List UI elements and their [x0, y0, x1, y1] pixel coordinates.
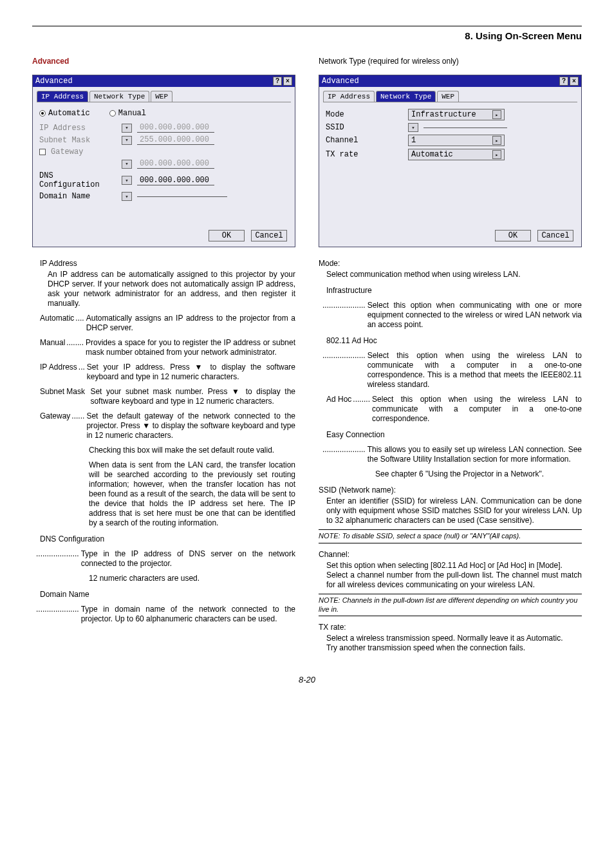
value-domain-name — [137, 196, 227, 197]
help-button[interactable]: ? — [559, 77, 568, 86]
term-ip-address: IP Address — [40, 363, 77, 382]
paragraph: Set your subnet mask number. Press ▼ to … — [90, 387, 295, 406]
keyboard-button[interactable] — [408, 123, 418, 132]
advanced-heading: Advanced — [32, 57, 295, 66]
tab-wep[interactable]: WEP — [437, 91, 459, 102]
tab-network-type[interactable]: Network Type — [89, 91, 149, 102]
tab-ip-address[interactable]: IP Address — [323, 91, 375, 102]
paragraph: Provides a space for you to register the… — [86, 338, 295, 357]
value-dns-config: 000.000.000.000 — [137, 176, 214, 185]
value-ip-address: 000.000.000.000 — [137, 123, 214, 133]
radio-manual[interactable]: Manual — [109, 109, 146, 118]
dialog-ip-address: Advanced ? × IP Address Network Type WEP… — [32, 75, 295, 247]
heading-domain-name: Domain Name — [40, 590, 295, 599]
network-type-heading: Network Type (required for wireless only… — [319, 57, 582, 66]
keyboard-button[interactable] — [122, 136, 132, 145]
paragraph: Automatically assigns an IP address to t… — [86, 314, 295, 333]
tab-ip-address[interactable]: IP Address — [37, 91, 88, 102]
label-domain-name: Domain Name — [39, 192, 116, 201]
paragraph: Select communication method when using w… — [326, 270, 582, 279]
dropdown-channel[interactable]: 1 ▸ — [408, 135, 505, 146]
dropdown-mode[interactable]: Infrastructure ▸ — [408, 109, 505, 120]
label-ssid: SSID — [326, 123, 403, 132]
chevron-right-icon: ▸ — [492, 150, 501, 159]
paragraph: Try another transmission speed when the … — [326, 643, 582, 653]
value-gateway: 000.000.000.000 — [137, 159, 214, 169]
paragraph: An IP address can be automatically assig… — [48, 270, 295, 308]
label-dns-config: DNS Configuration — [39, 171, 116, 189]
keyboard-button[interactable] — [122, 176, 132, 185]
dialog-network-type: Advanced ? × IP Address Network Type WEP… — [319, 75, 582, 247]
note-ssid: NOTE: To disable SSID, select a space (n… — [319, 529, 582, 543]
tab-network-type[interactable]: Network Type — [376, 91, 436, 102]
label-mode: Mode — [326, 110, 403, 119]
radio-icon — [39, 110, 46, 117]
section-title: 8. Using On-Screen Menu — [465, 30, 582, 41]
label-channel: Channel — [326, 136, 403, 145]
paragraph: Type in the IP address of DNS server on … — [81, 549, 295, 569]
paragraph: Enter an identifier (SSID) for wireless … — [326, 496, 582, 525]
paragraph: When data is sent from the LAN card, the… — [89, 460, 295, 528]
radio-automatic[interactable]: Automatic — [39, 109, 90, 118]
chevron-right-icon: ▸ — [492, 136, 501, 145]
page-number: 8-20 — [32, 675, 582, 684]
paragraph: Set your IP address. Press ▼ to display … — [87, 363, 295, 382]
ok-button[interactable]: OK — [209, 230, 245, 241]
heading-mode: Mode: — [319, 259, 582, 269]
term-subnet-mask: Subnet Mask — [40, 387, 85, 406]
dropdown-tx-rate[interactable]: Automatic ▸ — [408, 149, 505, 160]
checkbox-gateway[interactable] — [39, 149, 46, 155]
paragraph: Checking this box will make the set defa… — [89, 446, 295, 455]
keyboard-button[interactable] — [122, 124, 132, 133]
value-subnet-mask: 255.000.000.000 — [137, 135, 214, 145]
keyboard-button[interactable] — [122, 192, 132, 201]
paragraph: Set the default gateway of the network c… — [86, 411, 295, 440]
value-ssid — [423, 127, 507, 128]
close-button[interactable]: × — [570, 77, 579, 86]
ok-button[interactable]: OK — [495, 230, 531, 241]
heading-dns-config: DNS Configuration — [40, 534, 295, 544]
paragraph: Select a wireless transmission speed. No… — [326, 634, 582, 643]
help-button[interactable]: ? — [273, 77, 282, 86]
dialog-title: Advanced — [35, 77, 272, 86]
paragraph: Select a channel number from the pull-do… — [326, 571, 582, 590]
cancel-button[interactable]: Cancel — [251, 230, 287, 241]
label-ip-address: IP Address — [39, 124, 116, 133]
dialog-title: Advanced — [322, 77, 558, 86]
keyboard-button[interactable] — [122, 160, 132, 169]
heading-tx-rate: TX rate: — [319, 623, 582, 632]
paragraph: Set this option when selecting [802.11 A… — [326, 561, 582, 571]
term-automatic: Automatic — [40, 314, 74, 333]
paragraph: Select this option when using the wirele… — [372, 395, 582, 424]
term-adhoc: Ad Hoc — [326, 395, 351, 424]
radio-icon — [109, 110, 116, 117]
paragraph: Select this option when using the wirele… — [367, 351, 582, 390]
heading-channel: Channel: — [319, 550, 582, 560]
heading-infrastructure: Infrastructure — [326, 286, 582, 296]
heading-ssid: SSID (Network name): — [319, 486, 582, 495]
note-channel: NOTE: Channels in the pull-down list are… — [319, 594, 582, 617]
label-subnet-mask: Subnet Mask — [39, 136, 116, 145]
label-gateway: Gateway — [51, 147, 118, 156]
paragraph: Type in domain name of the network conne… — [81, 605, 295, 624]
tab-wep[interactable]: WEP — [151, 91, 172, 102]
paragraph: Select this option when communicating wi… — [367, 301, 582, 330]
paragraph: 12 numeric characters are used. — [89, 574, 295, 583]
heading-ip-address: IP Address — [40, 259, 295, 269]
heading-easy-connection: Easy Connection — [326, 430, 582, 440]
paragraph: See chapter 6 "Using the Projector in a … — [375, 469, 582, 479]
paragraph: This allows you to easily set up wireles… — [367, 445, 582, 464]
chevron-right-icon: ▸ — [492, 110, 501, 119]
cancel-button[interactable]: Cancel — [537, 230, 573, 241]
term-gateway: Gateway — [40, 411, 70, 440]
label-tx-rate: TX rate — [326, 150, 403, 159]
heading-adhoc: 802.11 Ad Hoc — [326, 336, 582, 346]
term-manual: Manual — [40, 338, 65, 357]
close-button[interactable]: × — [283, 77, 292, 86]
